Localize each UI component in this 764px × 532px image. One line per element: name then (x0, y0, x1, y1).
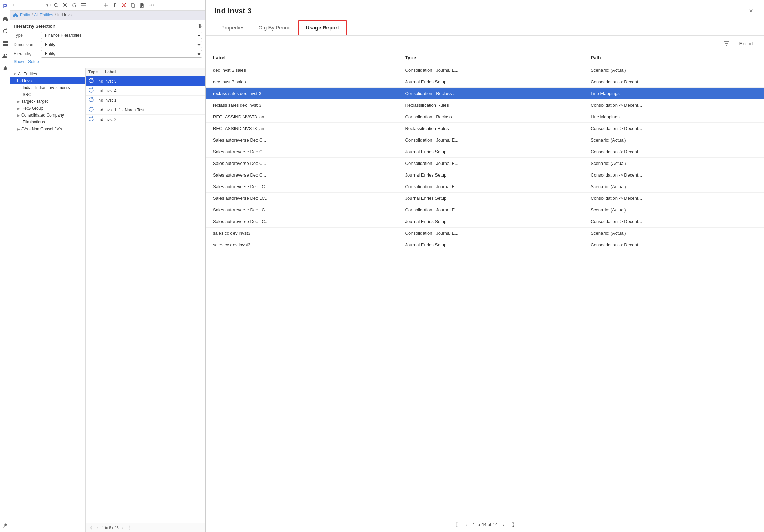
table-last-btn[interactable]: ⟫ (510, 521, 517, 528)
list-last-btn[interactable]: ⟫ (127, 525, 132, 530)
svg-rect-22 (141, 4, 143, 5)
filter-button[interactable] (721, 39, 732, 48)
tab-properties[interactable]: Properties (214, 21, 251, 36)
table-row[interactable]: Sales autoreverse Dec LC... Journal Enri… (206, 193, 764, 204)
tree-label-consolidated: Consolidated Company (21, 113, 64, 118)
list-row[interactable]: Ind Invst 3 (86, 76, 205, 86)
paste-button[interactable] (138, 2, 146, 9)
entity-dropdown[interactable]: ▼ (13, 4, 51, 6)
hierarchy-collapse-icon[interactable]: ⇅ (198, 23, 202, 29)
list-row-icon (88, 78, 95, 84)
list-header-label: Label (105, 70, 203, 74)
hierarchy-dimension-select[interactable]: Entity (41, 41, 202, 48)
tree-label-target: Target - Target (21, 99, 48, 104)
cell-path: Scenario: (Actual) (584, 134, 764, 146)
hierarchy-show-btn[interactable]: Show (14, 59, 24, 64)
app-logo-icon: P (1, 3, 9, 10)
tree-arrow-ifrs: ▶ (17, 107, 20, 110)
table-row[interactable]: sales cc dev invst3 Journal Enries Setup… (206, 239, 764, 251)
hierarchy-setup-btn[interactable]: Setup (28, 59, 39, 64)
gear-icon[interactable] (1, 64, 9, 72)
cell-path: Scenario: (Actual) (584, 181, 764, 193)
hierarchy-type-select[interactable]: Finance Hierarchies (41, 32, 202, 39)
tree-label-src: SRC (23, 92, 31, 97)
tree-item-jvs[interactable]: ▶ JVs - Non Consol JV's (10, 125, 85, 132)
table-row[interactable]: Sales autoreverse Dec C... Consolidation… (206, 134, 764, 146)
tree-item-target[interactable]: ▶ Target - Target (10, 98, 85, 105)
tab-usage-report[interactable]: Usage Report (298, 20, 347, 35)
entity-list: Type Label Ind Invst 3 Ind Invst 4 Ind I… (86, 68, 205, 532)
list-button[interactable] (80, 2, 87, 9)
tree-item-india[interactable]: India - Indian Investments (10, 84, 85, 91)
hierarchy-entity-label: Hierarchy (14, 51, 41, 56)
data-table-wrapper: Label Type Path dec invst 3 sales Consol… (206, 51, 764, 517)
breadcrumb-all-entities[interactable]: All Entities (34, 13, 53, 17)
cell-type: Consolidation , Reclass ... (398, 88, 584, 99)
hierarchy-selection: Hierarchy Selection ⇅ Type Finance Hiera… (10, 20, 205, 68)
table-first-btn[interactable]: ⟪ (453, 521, 460, 528)
table-prev-btn[interactable]: ‹ (464, 521, 469, 528)
pin-icon[interactable] (1, 522, 9, 529)
table-row[interactable]: RECLASSINDINVST3 jan Consolidation , Rec… (206, 111, 764, 123)
dialog-close-button[interactable]: × (746, 5, 756, 16)
tree-item-src[interactable]: SRC (10, 91, 85, 98)
cell-path: Consolidation -> Decent... (584, 169, 764, 181)
cell-label: RECLASSINDINVST3 jan (206, 123, 398, 134)
tab-org-by-period[interactable]: Org By Period (251, 21, 297, 36)
list-prev-btn[interactable]: ‹ (96, 525, 100, 530)
table-row[interactable]: Sales autoreverse Dec LC... Consolidatio… (206, 181, 764, 193)
breadcrumb: Entity / All Entities / Ind Invst (20, 13, 73, 17)
grid-icon[interactable] (1, 40, 9, 47)
list-header: Type Label (86, 68, 205, 76)
table-row[interactable]: Sales autoreverse Dec C... Journal Enrie… (206, 169, 764, 181)
list-next-btn[interactable]: › (121, 525, 125, 530)
refresh-button[interactable] (70, 2, 78, 9)
home-icon[interactable] (1, 15, 9, 23)
cell-type: Journal Enries Setup (398, 76, 584, 88)
tree-arrow-jvs: ▶ (17, 127, 20, 131)
tree-item-eliminations[interactable]: Eliminations (10, 119, 85, 125)
add-button[interactable] (102, 2, 110, 9)
people-icon[interactable] (1, 52, 9, 60)
table-row[interactable]: Sales autoreverse Dec LC... Consolidatio… (206, 204, 764, 216)
clear-button[interactable] (61, 2, 69, 8)
svg-point-25 (150, 5, 151, 6)
hierarchy-type-row: Type Finance Hierarchies (14, 32, 202, 39)
entity-panels: ▼ All Entities Ind Invst India - Indian … (10, 68, 205, 532)
table-row[interactable]: reclass sales dec invst 3 Consolidation … (206, 88, 764, 99)
table-row[interactable]: Sales autoreverse Dec C... Consolidation… (206, 158, 764, 169)
refresh-icon[interactable] (1, 27, 9, 35)
tree-item-all-entities[interactable]: ▼ All Entities (10, 71, 85, 77)
list-row[interactable]: Ind Invst 1 (86, 96, 205, 105)
x-button[interactable] (120, 2, 128, 8)
hierarchy-entity-select[interactable]: Entity (41, 50, 202, 58)
svg-rect-23 (141, 5, 143, 5)
cell-path: Consolidation -> Decent... (584, 239, 764, 251)
hierarchy-actions: Show Setup (14, 59, 202, 64)
tree-item-consolidated[interactable]: ▶ Consolidated Company (10, 112, 85, 119)
list-row[interactable]: Ind Invst 1_1 - Naren Test (86, 105, 205, 115)
copy-button[interactable] (129, 2, 137, 9)
list-row[interactable]: Ind Invst 4 (86, 86, 205, 96)
search-button[interactable] (52, 2, 60, 9)
table-row[interactable]: Sales autoreverse Dec C... Journal Enrie… (206, 146, 764, 158)
table-row[interactable]: dec invst 3 sales Journal Enries Setup C… (206, 76, 764, 88)
table-row[interactable]: Sales autoreverse Dec LC... Journal Enri… (206, 216, 764, 228)
list-first-btn[interactable]: ⟪ (88, 525, 94, 530)
table-next-btn[interactable]: › (501, 521, 507, 528)
table-row[interactable]: RECLASSINDINVST3 jan Reclassification Ru… (206, 123, 764, 134)
export-button[interactable]: Export (737, 39, 756, 48)
table-row[interactable]: dec invst 3 sales Consolidation , Journa… (206, 64, 764, 76)
breadcrumb-entity[interactable]: Entity (20, 13, 30, 17)
table-row[interactable]: sales cc dev invst3 Consolidation , Jour… (206, 228, 764, 239)
svg-point-4 (3, 54, 5, 56)
more-button[interactable] (147, 3, 156, 7)
delete-button[interactable] (111, 2, 119, 9)
sort-button[interactable] (89, 2, 97, 9)
tree-item-ind-invst[interactable]: Ind Invst (10, 77, 85, 84)
dialog-header: Ind Invst 3 × (206, 0, 764, 20)
cell-label: RECLASSINDINVST3 jan (206, 111, 398, 123)
tree-item-ifrs[interactable]: ▶ IFRS Group (10, 105, 85, 112)
list-row[interactable]: Ind Invst 2 (86, 115, 205, 124)
table-row[interactable]: reclass sales dec invst 3 Reclassificati… (206, 99, 764, 111)
